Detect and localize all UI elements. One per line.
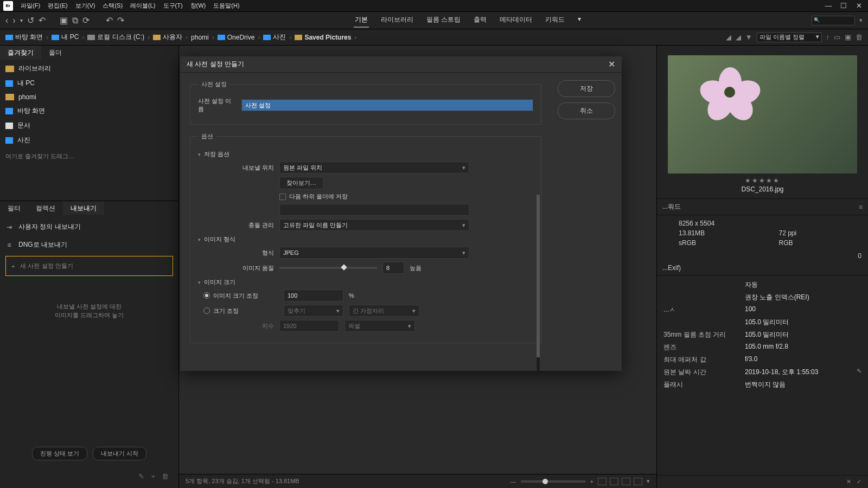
refresh-icon[interactable]: ⟳ [82, 15, 90, 25]
section-image-size[interactable]: 이미지 크기 [198, 278, 533, 286]
boomerang-icon[interactable]: ↶ [39, 15, 46, 25]
tab-library[interactable]: 라이브러리 [380, 13, 414, 28]
fav-pc[interactable]: 내 PC [5, 78, 173, 89]
minimize-icon[interactable]: — [822, 1, 834, 11]
radio-scale[interactable] [203, 292, 210, 299]
signal2-icon[interactable]: ◢ [736, 33, 741, 41]
dimension-input[interactable] [279, 320, 339, 332]
quality-input[interactable] [382, 262, 404, 274]
scrollbar-thumb[interactable] [537, 195, 540, 357]
menu-edit[interactable]: 편집(E) [48, 2, 68, 10]
forward-icon[interactable]: › [12, 16, 15, 25]
radio-resize[interactable] [203, 307, 210, 314]
rating-stars[interactable]: ★★★★★ [668, 177, 857, 184]
btn-start-export[interactable]: 내보내기 시작 [93, 447, 146, 460]
select-fit[interactable]: 맞추기 [284, 305, 343, 317]
select-export-location[interactable]: 원본 파일 위치 [279, 162, 469, 174]
select-conflict[interactable]: 고유한 파일 이름 만들기 [279, 219, 469, 231]
hamburger-icon[interactable]: ≡ [859, 203, 863, 211]
crumb-desktop[interactable]: 바탕 화면 [15, 33, 43, 42]
search-chevron-icon[interactable]: ▾ [859, 17, 863, 24]
save-button[interactable]: 저장 [558, 80, 615, 97]
select-format[interactable]: JPEG [279, 247, 469, 259]
exif-section[interactable]: ...Exif) [662, 264, 681, 272]
dialog-close-icon[interactable]: ✕ [608, 59, 615, 69]
confirm-icon[interactable]: ✓ [857, 478, 861, 485]
crumb-phomi[interactable]: phomi [191, 34, 209, 41]
redo-icon[interactable]: ↷ [117, 15, 124, 25]
pencil-icon[interactable]: ✎ [857, 368, 861, 377]
zoom-slider[interactable] [521, 480, 586, 483]
panel-keywords-header[interactable]: ...워드 [662, 202, 681, 211]
sort-asc-icon[interactable]: ↑ [826, 33, 830, 41]
maximize-icon[interactable]: ☐ [838, 1, 850, 11]
row-new-preset[interactable]: +새 사전 설정 만들기 [5, 256, 173, 276]
btn-progress[interactable]: 진행 상태 보기 [32, 447, 87, 460]
view-grid2-icon[interactable] [610, 478, 618, 485]
fav-desktop[interactable]: 바탕 화면 [5, 105, 173, 117]
menu-window[interactable]: 창(W) [190, 2, 206, 10]
tag-icon[interactable]: ▭ [834, 33, 840, 41]
fav-pictures[interactable]: 사진 [5, 134, 173, 146]
scale-input[interactable] [284, 290, 343, 301]
tab-filter[interactable]: 필터 [0, 201, 28, 215]
history-icon[interactable]: ↺ [27, 15, 34, 25]
trash-icon[interactable]: 🗑 [856, 33, 863, 41]
crumb-pc[interactable]: 내 PC [61, 33, 79, 42]
tab-metadata[interactable]: 메타데이터 [499, 13, 533, 28]
view-grid-icon[interactable] [598, 478, 607, 485]
view-list-icon[interactable] [622, 478, 630, 485]
trash-icon[interactable]: 🗑 [162, 472, 169, 480]
undo-icon[interactable]: ↶ [106, 15, 113, 25]
sort-dropdown[interactable]: 파일 이름별 정렬 [757, 33, 822, 42]
plus-icon[interactable]: + [151, 472, 155, 480]
filter-icon[interactable]: ▼ [745, 33, 752, 41]
select-unit[interactable]: 픽셀 [344, 320, 415, 332]
zoom-out-icon[interactable]: — [510, 478, 516, 485]
tab-export[interactable]: 내보내기 [63, 201, 104, 215]
crumb-savedpics[interactable]: Saved Pictures [304, 34, 351, 41]
section-save-options[interactable]: 저장 옵션 [198, 150, 533, 158]
pencil-icon[interactable]: ✎ [138, 472, 144, 480]
select-edge[interactable]: 긴 가장자리 [349, 305, 419, 317]
section-image-format[interactable]: 이미지 형식 [198, 235, 533, 243]
menu-view[interactable]: 보기(V) [75, 2, 95, 10]
cancel-button[interactable]: 취소 [558, 102, 615, 119]
camera-icon[interactable]: ▣ [60, 15, 68, 25]
tab-folders[interactable]: 폴더 [41, 46, 69, 60]
view-more-icon[interactable]: ▾ [647, 478, 650, 485]
tab-essentials[interactable]: 기본 [354, 13, 369, 28]
menu-label[interactable]: 레이블(L) [130, 2, 155, 10]
tab-keywords[interactable]: 키워드 [544, 13, 566, 28]
crumb-pictures[interactable]: 사진 [273, 33, 286, 42]
tab-collection[interactable]: 컬렉션 [28, 201, 63, 215]
menu-file[interactable]: 파일(F) [21, 2, 40, 10]
row-dng-export[interactable]: ≡DNG로 내보내기 [5, 238, 173, 252]
fav-phomi[interactable]: phomi [5, 92, 173, 102]
search-input[interactable] [812, 16, 855, 25]
crumb-onedrive[interactable]: OneDrive [227, 34, 255, 41]
menu-help[interactable]: 도움말(H) [213, 2, 239, 10]
tab-more-icon[interactable]: ▾ [577, 13, 582, 28]
tab-filmstrip[interactable]: 필름 스트립 [425, 13, 462, 28]
menu-stack[interactable]: 스택(S) [103, 2, 123, 10]
cancel-icon[interactable]: ✕ [846, 478, 851, 485]
preset-name-input[interactable] [241, 99, 533, 111]
crumb-drive[interactable]: 로컬 디스크 (C:) [97, 33, 144, 42]
signal-icon[interactable]: ◢ [726, 33, 731, 41]
quality-slider[interactable] [279, 267, 377, 269]
browse-button[interactable]: 찾아보기… [279, 177, 323, 189]
zoom-in-icon[interactable]: + [590, 478, 593, 485]
folders-icon[interactable]: ⧉ [72, 16, 78, 25]
dialog-scrollbar[interactable] [537, 195, 540, 371]
crumb-users[interactable]: 사용자 [163, 33, 182, 42]
row-custom-export[interactable]: ⇥사용자 정의 내보내기 [5, 220, 173, 234]
chk-subfolder[interactable]: 다음 하위 폴더에 저장 [279, 192, 348, 201]
back-icon[interactable]: ‹ [5, 16, 8, 25]
subfolder-input[interactable] [279, 204, 469, 216]
chevron-down-icon[interactable]: ▾ [20, 17, 23, 23]
view-list2-icon[interactable] [634, 478, 642, 485]
menu-tools[interactable]: 도구(T) [163, 2, 183, 10]
fav-documents[interactable]: 문서 [5, 120, 173, 131]
fav-library[interactable]: 라이브러리 [5, 63, 173, 74]
